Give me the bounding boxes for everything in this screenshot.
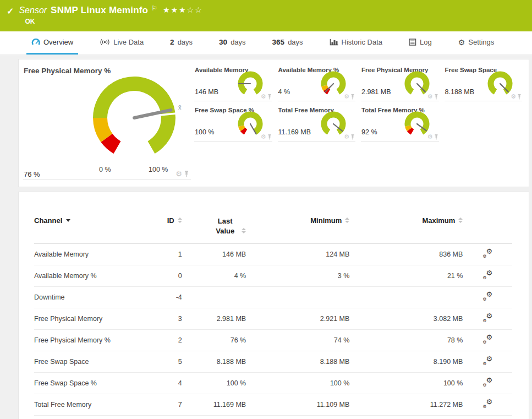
channel-edit-icon[interactable]: ⚙⚙ [482, 313, 492, 322]
sort-icon [242, 228, 246, 233]
gauge-max-label: 100 % [149, 166, 168, 173]
cell-channel: Free Physical Memory [34, 308, 138, 330]
gauge-pin-icon[interactable] [517, 94, 522, 100]
small-gauge-value: 146 MB [195, 88, 218, 96]
cell-last-value: 76 % [182, 330, 246, 351]
cell-id: 5 [138, 351, 182, 373]
cell-minimum: 74 % [246, 330, 349, 351]
cell-id: 6 [138, 416, 182, 419]
main-gauge-cell: Free Physical Memory % x̄ 0 % 100 % 76 %… [23, 62, 191, 179]
table-row[interactable]: Available Memory 1 146 MB 124 MB 836 MB … [34, 244, 512, 265]
cell-maximum: 836 MB [349, 244, 463, 265]
gauge-settings-icon[interactable]: ⚙ [175, 170, 182, 177]
gauge-settings-icon[interactable]: ⚙ [261, 134, 266, 140]
gauge-settings-icon[interactable]: ⚙ [427, 94, 433, 100]
channel-edit-icon[interactable]: ⚙⚙ [482, 399, 492, 408]
channel-edit-icon[interactable]: ⚙⚙ [482, 356, 492, 365]
sort-icon [458, 217, 463, 223]
column-header-actions [463, 212, 512, 244]
tab-30-days[interactable]: 30 days [214, 31, 251, 55]
cell-channel: Free Physical Memory % [34, 330, 138, 351]
cell-last-value: 146 MB [182, 244, 246, 265]
cell-last-value: 92 % [182, 416, 246, 419]
gauge-cell-available-memory: Available Memory 146 MB ⚙ [194, 63, 272, 101]
gauge-pin-icon[interactable] [267, 134, 272, 140]
table-row[interactable]: Free Swap Space 5 8.188 MB 8.188 MB 8.19… [34, 351, 512, 373]
tab-icon [31, 39, 40, 46]
gauge-pin-icon[interactable] [434, 94, 438, 100]
cell-id: 7 [138, 394, 182, 416]
column-header-maximum[interactable]: Maximum [349, 212, 463, 244]
tab-icon [330, 39, 338, 46]
small-gauge-value: 8.188 MB [445, 88, 475, 96]
small-gauge-value: 2.981 MB [361, 88, 391, 96]
gauge-settings-icon[interactable]: ⚙ [427, 134, 433, 140]
gauge-min-label: 0 % [99, 166, 111, 173]
main-gauge-value: 76 % [24, 170, 40, 178]
column-header-id[interactable]: ID [138, 212, 182, 244]
tab-historic-data[interactable]: Historic Data [325, 31, 387, 55]
cell-last-value: 2.981 MB [182, 308, 246, 330]
cell-last-value: 8.188 MB [182, 351, 246, 373]
main-gauge [84, 74, 185, 163]
status-badge: OK [25, 18, 202, 25]
channel-table-panel: Channel ID Last Value Minimum Maximum [18, 192, 529, 419]
cell-maximum [349, 287, 463, 308]
channel-edit-icon[interactable]: ⚙⚙ [482, 249, 492, 258]
gauge-settings-icon[interactable]: ⚙ [344, 134, 349, 140]
mean-marker: x̄ [178, 104, 182, 111]
channel-edit-icon[interactable]: ⚙⚙ [482, 270, 492, 279]
gauge-pin-icon[interactable] [434, 134, 438, 140]
cell-channel: Downtime [34, 287, 138, 308]
flag-icon[interactable]: ⚐ [151, 4, 157, 12]
small-gauge-value: 100 % [195, 128, 214, 136]
gauge-settings-icon[interactable]: ⚙ [344, 94, 349, 100]
small-gauge-value: 92 % [361, 128, 377, 136]
tab-365-days[interactable]: 365 days [267, 31, 308, 55]
small-gauge-value: 11.169 MB [278, 128, 311, 136]
cell-minimum [246, 287, 349, 308]
cell-minimum: 2.921 MB [246, 308, 349, 330]
gauge-cell-free-physical-memory: Free Physical Memory 2.981 MB ⚙ [361, 63, 439, 101]
channel-edit-icon[interactable]: ⚙⚙ [482, 378, 492, 387]
tab-log[interactable]: Log [404, 31, 437, 55]
tab-2-days[interactable]: 2 days [165, 31, 198, 55]
cell-minimum: 100 % [246, 373, 349, 394]
table-row[interactable]: Free Physical Memory % 2 76 % 74 % 78 % … [34, 330, 512, 351]
cell-last-value [182, 287, 246, 308]
gauge-pin-icon[interactable] [350, 134, 355, 140]
channel-edit-icon[interactable]: ⚙⚙ [482, 292, 492, 301]
column-header-channel[interactable]: Channel [34, 212, 138, 244]
table-row[interactable]: Available Memory % 0 4 % 3 % 21 % ⚙⚙ [34, 265, 512, 287]
cell-maximum: 3.082 MB [349, 308, 463, 330]
table-row[interactable]: Free Swap Space % 4 100 % 100 % 100 % ⚙⚙ [34, 373, 512, 394]
column-header-last-value[interactable]: Last Value [182, 212, 246, 244]
cell-id: 1 [138, 244, 182, 265]
priority-stars[interactable]: ★★★☆☆ [163, 6, 203, 14]
tab-live-data[interactable]: Live Data [95, 31, 149, 55]
table-row[interactable]: Downtime -4 ⚙⚙ [34, 287, 512, 308]
tab-settings[interactable]: ⚙ Settings [453, 31, 500, 55]
table-row[interactable]: Free Physical Memory 3 2.981 MB 2.921 MB… [34, 308, 512, 330]
channel-edit-icon[interactable]: ⚙⚙ [482, 335, 492, 344]
cell-minimum: 11.109 MB [246, 394, 349, 416]
gauge-pin-icon[interactable] [350, 94, 355, 100]
gauge-cell-free-swap-space-pct: Free Swap Space % 100 % ⚙ [194, 104, 272, 142]
sort-icon [178, 217, 182, 223]
gauge-settings-icon[interactable]: ⚙ [261, 94, 266, 100]
table-row[interactable]: Total Free Memory 7 11.169 MB 11.109 MB … [34, 394, 512, 416]
cell-maximum: 11.272 MB [349, 394, 463, 416]
table-row[interactable]: Total Free Memory % 6 92 % 92 % 93 % ⚙⚙ [34, 416, 512, 419]
small-gauge-value: 4 % [278, 88, 290, 96]
column-header-minimum[interactable]: Minimum [246, 212, 349, 244]
channel-table: Channel ID Last Value Minimum Maximum [34, 212, 512, 419]
gauge-pin-icon[interactable] [184, 171, 189, 177]
cell-last-value: 11.169 MB [182, 394, 246, 416]
cell-id: 0 [138, 265, 182, 287]
cell-channel: Free Swap Space [34, 351, 138, 373]
gauge-pin-icon[interactable] [267, 94, 272, 100]
tab-overview[interactable]: Overview [26, 31, 78, 55]
gauge-cell-total-free-memory: Total Free Memory 11.169 MB ⚙ [278, 104, 356, 142]
content-area: Free Physical Memory % x̄ 0 % 100 % 76 %… [0, 55, 532, 419]
gauge-settings-icon[interactable]: ⚙ [511, 94, 516, 100]
